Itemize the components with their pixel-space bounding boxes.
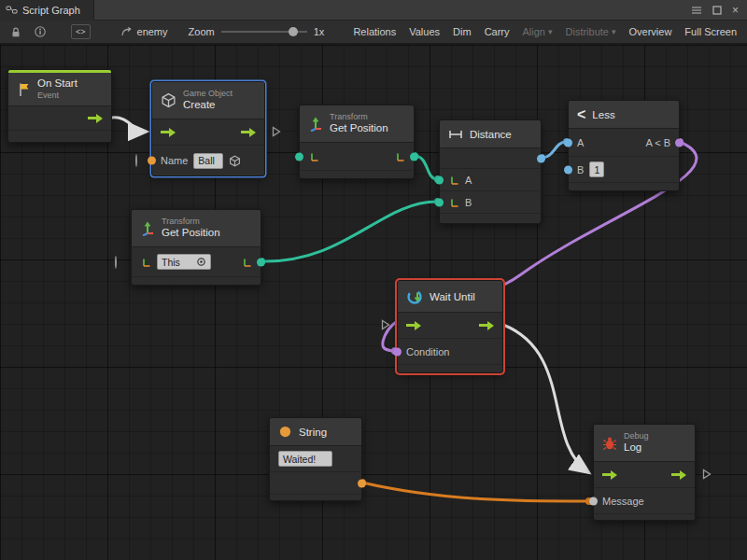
node-on-start-event[interactable]: On Start Event (7, 69, 112, 143)
string-value-field[interactable]: Waited! (278, 451, 332, 467)
node-title: Get Position (330, 122, 388, 135)
info-icon[interactable] (28, 25, 52, 38)
axis-icon (394, 151, 405, 162)
node-subtitle: Debug (624, 431, 649, 441)
window-titlebar: Script Graph × (0, 0, 747, 21)
zoom-slider-knob[interactable] (289, 27, 298, 36)
position-output-port[interactable] (410, 152, 418, 161)
b-value-field[interactable]: 1 (589, 161, 604, 177)
result-row (440, 148, 541, 169)
value-port-name[interactable] (148, 157, 156, 165)
code-icon[interactable]: <> (71, 24, 91, 39)
control-output-port[interactable] (88, 114, 103, 123)
wire-distance-to-less-a[interactable] (542, 142, 566, 158)
control-row (152, 119, 264, 146)
toolbar-buttons: Relations Values Dim Carry Align▾ Distri… (346, 21, 743, 44)
string-output-port[interactable] (358, 479, 366, 487)
fullscreen-button[interactable]: Full Screen (678, 21, 743, 44)
caret-down-icon: ▾ (548, 27, 553, 36)
unconnected-input-stub[interactable] (135, 155, 137, 166)
node-subtitle: Game Object (183, 89, 233, 99)
control-output-port[interactable] (479, 321, 494, 330)
values-button[interactable]: Values (402, 21, 446, 44)
node-header: Debug Log (594, 425, 695, 462)
wire-string-to-debuglog-message[interactable] (362, 483, 587, 501)
node-debug-log[interactable]: Debug Log Message (593, 424, 696, 521)
zoom-control: Zoom 1x (189, 26, 325, 37)
value-row: Waited! (270, 446, 361, 472)
condition-input-port[interactable] (393, 347, 402, 356)
transform-input-port[interactable] (295, 152, 303, 161)
wire-onstart-to-create[interactable] (112, 118, 146, 132)
result-output-port[interactable] (675, 138, 684, 147)
a-input-port[interactable] (435, 175, 444, 184)
wire-getposition-b-to-distance-b[interactable] (261, 202, 437, 261)
graph-toolbar: <> enemy Zoom 1x Relations Values Dim Ca… (0, 21, 747, 44)
node-title: Less (592, 109, 614, 120)
align-button[interactable]: Align▾ (516, 21, 559, 44)
node-get-position-a[interactable]: Transform Get Position (299, 105, 415, 179)
script-graph-icon (6, 4, 18, 16)
graph-canvas[interactable]: On Start Event Game Object Create (0, 45, 747, 560)
cube-icon (161, 92, 176, 108)
bug-icon (602, 436, 617, 451)
wire-getposition-a-to-distance-a[interactable] (415, 156, 437, 179)
input-a-row: A (440, 169, 541, 191)
message-input-port[interactable] (589, 497, 598, 505)
node-wait-until[interactable]: Wait Until Condition (397, 280, 503, 373)
name-field[interactable]: Ball (193, 153, 223, 169)
node-gameobject-create[interactable]: Game Object Create Name Ball (151, 81, 265, 176)
node-footer (569, 183, 679, 190)
close-icon[interactable]: × (732, 5, 739, 16)
window-menu-icon[interactable] (691, 6, 702, 15)
axis-icon (140, 257, 151, 268)
lock-icon[interactable] (4, 25, 28, 39)
control-output-port[interactable] (241, 128, 256, 137)
control-input-port[interactable] (161, 128, 176, 137)
this-field[interactable]: This (157, 254, 211, 270)
graph-context[interactable]: enemy (120, 26, 168, 38)
node-header: Wait Until (398, 281, 502, 313)
b-input-port[interactable] (564, 165, 572, 174)
control-row (594, 462, 695, 488)
node-distance[interactable]: Distance A B (439, 119, 542, 224)
zoom-value: 1x (314, 26, 325, 37)
node-subtitle: Transform (162, 217, 220, 227)
distribute-button[interactable]: Distribute▾ (559, 21, 623, 44)
node-less[interactable]: < Less A A < B B 1 (568, 100, 680, 191)
port-label: A (577, 137, 584, 148)
unconnected-input-stub[interactable] (381, 319, 390, 332)
object-picker-icon[interactable] (196, 257, 206, 267)
distance-output-port[interactable] (537, 154, 545, 162)
message-row: Message (594, 488, 695, 514)
node-header: Transform Get Position (132, 210, 261, 247)
dim-button[interactable]: Dim (446, 21, 478, 44)
tab-script-graph[interactable]: Script Graph (0, 0, 94, 21)
caret-down-icon: ▾ (612, 27, 616, 36)
control-output-port[interactable] (671, 470, 686, 480)
wire-waituntil-to-debuglog[interactable] (503, 325, 588, 472)
maximize-icon[interactable] (712, 6, 722, 15)
axis-icon (308, 151, 319, 162)
unconnected-input-stub[interactable] (115, 257, 117, 268)
unconnected-output-stub[interactable] (272, 126, 281, 139)
less-icon: < (577, 106, 585, 123)
zoom-slider[interactable] (221, 26, 307, 37)
node-footer (132, 277, 261, 285)
carry-button[interactable]: Carry (478, 21, 516, 44)
node-title: On Start (37, 77, 78, 91)
overview-button[interactable]: Overview (623, 21, 679, 44)
node-footer (300, 171, 414, 178)
port-label: Message (602, 496, 644, 507)
unconnected-output-stub[interactable] (702, 469, 712, 482)
input-a-row: A A < B (569, 129, 679, 157)
control-input-port[interactable] (406, 321, 421, 330)
node-get-position-b[interactable]: Transform Get Position This (131, 209, 261, 286)
a-input-port[interactable] (564, 138, 572, 147)
node-string[interactable]: String Waited! (269, 417, 362, 501)
position-output-port[interactable] (257, 258, 265, 266)
relations-button[interactable]: Relations (346, 21, 402, 44)
control-input-port[interactable] (602, 470, 617, 480)
node-title: Get Position (162, 227, 220, 240)
b-input-port[interactable] (435, 198, 444, 206)
